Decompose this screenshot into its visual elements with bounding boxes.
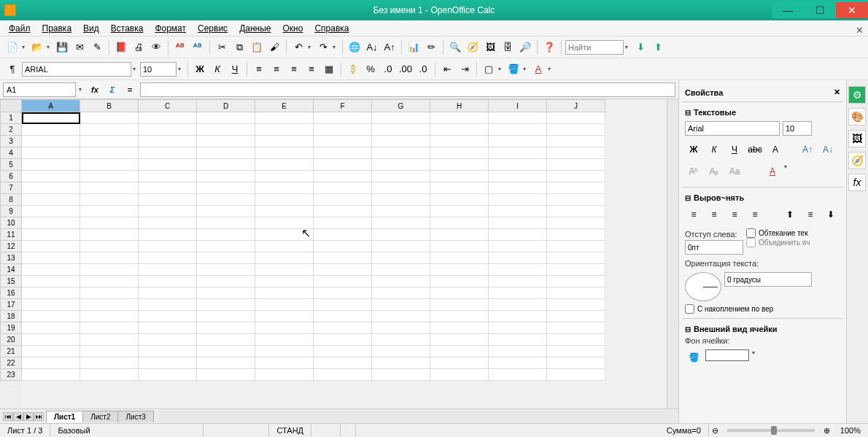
autospell-icon[interactable]: ᴬᴮ	[190, 39, 206, 55]
status-zoom[interactable]: 100%	[833, 424, 868, 437]
row-header[interactable]: 16	[0, 287, 22, 299]
datasource-icon[interactable]: 🗄	[500, 39, 516, 55]
cell[interactable]	[139, 252, 197, 264]
sidebar-bold-icon[interactable]: Ж	[685, 142, 702, 158]
cell[interactable]	[80, 124, 139, 136]
cell[interactable]	[547, 124, 605, 136]
cell[interactable]	[489, 136, 547, 147]
cell[interactable]	[22, 159, 80, 171]
cell[interactable]	[314, 241, 372, 252]
cell[interactable]	[372, 311, 430, 322]
cell[interactable]	[80, 322, 139, 334]
increase-indent-icon[interactable]: ⇥	[457, 61, 473, 77]
zoom-out-icon[interactable]: ⊖	[709, 426, 721, 436]
fill-color-swatch[interactable]	[705, 349, 749, 361]
cell[interactable]	[489, 124, 547, 136]
cell[interactable]	[547, 136, 605, 147]
panel-close-icon[interactable]: ✕	[834, 88, 840, 97]
cell[interactable]	[314, 299, 372, 311]
cell[interactable]	[547, 182, 605, 194]
cell[interactable]	[372, 299, 430, 311]
cell[interactable]	[139, 322, 197, 334]
sort-asc-icon[interactable]: A↓	[364, 39, 380, 55]
find-next-icon[interactable]: ⬇	[632, 39, 648, 55]
cell[interactable]	[255, 171, 314, 182]
sum-icon[interactable]: Σ	[105, 82, 120, 97]
fontcolor-icon[interactable]: A	[530, 61, 546, 77]
cell[interactable]	[139, 264, 197, 276]
row-header[interactable]: 4	[0, 147, 22, 159]
stack-checkbox[interactable]	[685, 304, 694, 314]
sb-valign-top-icon[interactable]: ⬆	[781, 206, 799, 223]
cell[interactable]	[314, 357, 372, 369]
status-sum[interactable]: Сумма=0	[659, 424, 709, 437]
show-draw-icon[interactable]: ✏	[423, 39, 439, 55]
cell[interactable]	[372, 264, 430, 276]
cell[interactable]	[314, 194, 372, 206]
cell[interactable]	[197, 229, 255, 241]
cell[interactable]	[372, 346, 430, 357]
cell[interactable]	[80, 357, 139, 369]
cell[interactable]	[139, 159, 197, 171]
cell[interactable]	[547, 287, 605, 299]
zoom-slider[interactable]	[727, 429, 815, 432]
cell[interactable]	[430, 276, 489, 287]
appearance-section-header[interactable]: Внешний вид ячейки	[694, 325, 778, 333]
cell[interactable]	[22, 171, 80, 182]
sidetab-gallery-icon[interactable]: 🖼	[848, 130, 866, 147]
cell[interactable]	[22, 124, 80, 136]
cell[interactable]	[547, 357, 605, 369]
cell[interactable]	[372, 357, 430, 369]
sidebar-size-input[interactable]	[783, 121, 812, 136]
sidebar-grow-icon[interactable]: A↑	[799, 142, 816, 158]
cell[interactable]	[197, 346, 255, 357]
cell[interactable]	[547, 147, 605, 159]
cell[interactable]	[489, 299, 547, 311]
cell[interactable]	[255, 112, 314, 124]
font-size-input[interactable]	[140, 62, 177, 77]
fill-bucket-icon[interactable]: 🪣	[685, 349, 702, 366]
cell[interactable]	[139, 147, 197, 159]
indent-input[interactable]	[685, 240, 743, 255]
zoom-in-icon[interactable]: ⊕	[821, 426, 833, 436]
row-header[interactable]: 10	[0, 217, 22, 229]
cell[interactable]	[22, 276, 80, 287]
cell[interactable]	[489, 217, 547, 229]
cell[interactable]	[255, 147, 314, 159]
sidebar-strike-icon[interactable]: abc	[746, 142, 764, 158]
cell[interactable]	[139, 276, 197, 287]
cell[interactable]	[314, 287, 372, 299]
cell[interactable]	[489, 241, 547, 252]
save-icon[interactable]: 💾	[54, 39, 70, 55]
cell[interactable]	[197, 159, 255, 171]
cell[interactable]	[22, 299, 80, 311]
row-header[interactable]: 6	[0, 171, 22, 182]
redo-icon[interactable]: ↷	[315, 39, 331, 55]
cell[interactable]	[489, 346, 547, 357]
column-header[interactable]: I	[489, 99, 547, 112]
sidebar-font-input[interactable]	[685, 121, 780, 136]
paste-icon[interactable]: 📋	[249, 39, 265, 55]
cell[interactable]	[372, 159, 430, 171]
cell[interactable]	[80, 287, 139, 299]
row-header[interactable]: 5	[0, 159, 22, 171]
cell[interactable]	[430, 287, 489, 299]
row-header[interactable]: 18	[0, 311, 22, 322]
cell[interactable]	[489, 194, 547, 206]
cell[interactable]	[372, 217, 430, 229]
cell[interactable]	[372, 369, 430, 381]
sidetab-styles-icon[interactable]: 🎨	[848, 108, 866, 125]
cell[interactable]	[314, 112, 372, 124]
vertical-scrollbar[interactable]	[667, 99, 678, 409]
cell[interactable]	[197, 217, 255, 229]
sb-align-justify-icon[interactable]: ≡	[746, 206, 764, 223]
preview-icon[interactable]: 👁	[148, 39, 164, 55]
cell[interactable]	[314, 346, 372, 357]
cell[interactable]	[197, 357, 255, 369]
cell[interactable]	[489, 229, 547, 241]
cell[interactable]	[489, 159, 547, 171]
bold-icon[interactable]: Ж	[192, 61, 208, 77]
sidebar-sub-icon[interactable]: Aᵦ	[705, 163, 723, 179]
pdf-icon[interactable]: 📕	[113, 39, 129, 55]
sidebar-shrink-icon[interactable]: A↓	[819, 142, 837, 158]
